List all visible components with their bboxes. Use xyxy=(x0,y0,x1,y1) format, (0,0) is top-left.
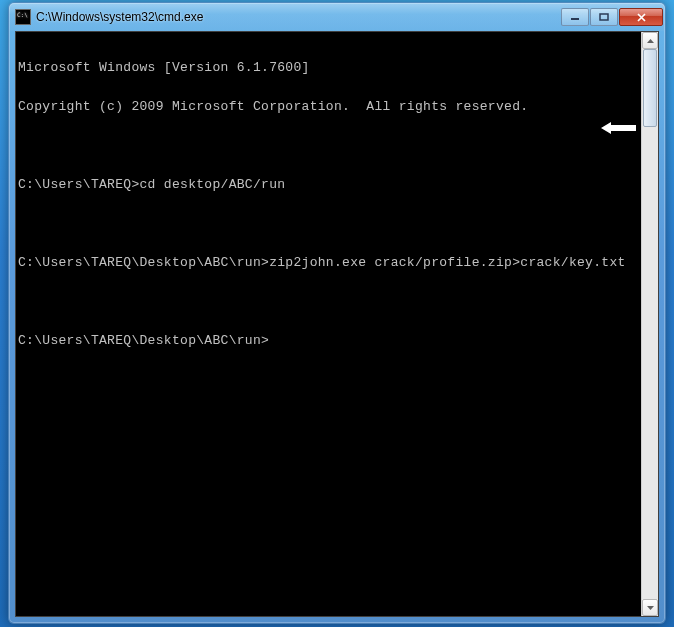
cmd-window: C:\Windows\system32\cmd.exe Microsoft Wi… xyxy=(8,2,666,624)
terminal-line: C:\Users\TAREQ\Desktop\ABC\run>zip2john.… xyxy=(18,256,639,269)
scroll-thumb[interactable] xyxy=(643,49,657,127)
close-button[interactable] xyxy=(619,8,663,26)
scroll-down-button[interactable] xyxy=(642,599,658,616)
window-controls xyxy=(561,8,663,26)
terminal-line xyxy=(18,295,639,308)
terminal-line xyxy=(18,139,639,152)
maximize-button[interactable] xyxy=(590,8,618,26)
client-area: Microsoft Windows [Version 6.1.7600] Cop… xyxy=(15,31,659,617)
titlebar[interactable]: C:\Windows\system32\cmd.exe xyxy=(9,3,665,31)
minimize-button[interactable] xyxy=(561,8,589,26)
terminal-line: Copyright (c) 2009 Microsoft Corporation… xyxy=(18,100,639,113)
chevron-up-icon xyxy=(647,39,654,43)
close-icon xyxy=(636,13,647,22)
terminal-line: Microsoft Windows [Version 6.1.7600] xyxy=(18,61,639,74)
svg-rect-0 xyxy=(571,18,579,20)
terminal-line: C:\Users\TAREQ\Desktop\ABC\run> xyxy=(18,334,639,347)
terminal-line xyxy=(18,217,639,230)
scroll-track[interactable] xyxy=(642,49,658,599)
vertical-scrollbar[interactable] xyxy=(641,32,658,616)
window-title: C:\Windows\system32\cmd.exe xyxy=(36,10,561,24)
terminal-line: C:\Users\TAREQ>cd desktop/ABC/run xyxy=(18,178,639,191)
minimize-icon xyxy=(570,13,580,21)
scroll-up-button[interactable] xyxy=(642,32,658,49)
cmd-icon xyxy=(15,9,31,25)
chevron-down-icon xyxy=(647,606,654,610)
svg-rect-1 xyxy=(600,14,608,20)
maximize-icon xyxy=(599,13,609,21)
terminal-output[interactable]: Microsoft Windows [Version 6.1.7600] Cop… xyxy=(16,32,641,616)
